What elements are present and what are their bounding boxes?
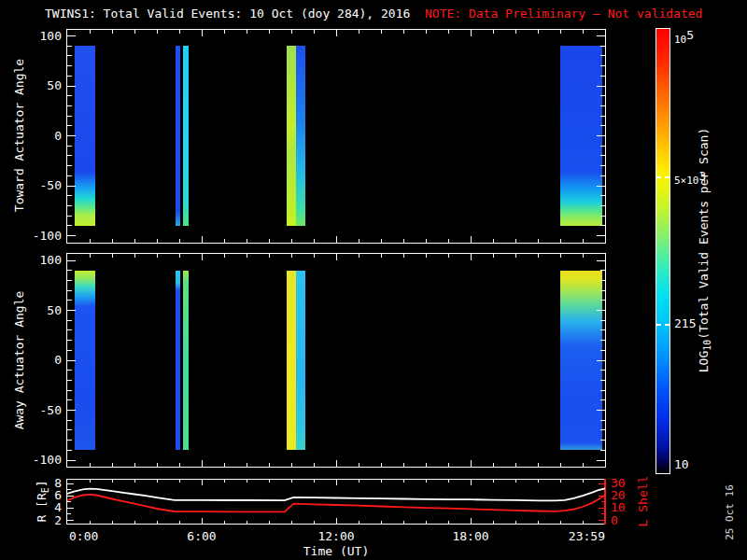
- y-tick: [600, 320, 605, 321]
- spectro-panel-away: [66, 253, 606, 468]
- colorbar-tick-exponent: 3: [699, 169, 707, 183]
- colorbar-tick-base: 215: [674, 316, 696, 330]
- y-tick: [67, 175, 72, 176]
- y-tick-label: 0: [19, 129, 62, 143]
- l-shell-tick-label: 0: [611, 513, 618, 527]
- y-tick: [600, 95, 605, 96]
- x-tick-label: 0:00: [69, 529, 125, 543]
- y-tick: [597, 460, 605, 461]
- x-tick: [112, 254, 113, 258]
- y-tick: [67, 329, 72, 330]
- x-tick: [224, 30, 225, 34]
- x-tick: [112, 239, 113, 243]
- x-tick: [583, 254, 584, 258]
- x-tick: [134, 239, 135, 243]
- x-tick: [291, 30, 292, 34]
- x-tick: [224, 239, 225, 243]
- x-tick: [448, 463, 449, 467]
- y-tick: [67, 340, 72, 341]
- y-tick: [600, 399, 605, 400]
- y-tick-label: 100: [19, 253, 62, 267]
- x-tick-label: 23:59: [549, 529, 605, 543]
- spectro-band: [296, 271, 305, 451]
- spectro-band: [287, 271, 296, 451]
- y-tick: [600, 270, 605, 271]
- y-tick: [600, 76, 605, 77]
- y-tick: [600, 440, 605, 441]
- x-tick: [359, 463, 359, 467]
- y-tick: [600, 216, 605, 217]
- x-tick: [112, 30, 113, 34]
- x-tick: [403, 463, 404, 467]
- y-tick: [67, 260, 76, 261]
- colorbar-label: LOG10(Total Valid Events per Scan): [697, 128, 712, 373]
- y-tick: [597, 235, 605, 236]
- y-tick: [600, 55, 605, 56]
- x-tick: [538, 239, 539, 243]
- x-tick: [90, 239, 91, 243]
- x-tick: [471, 254, 472, 260]
- y-tick: [67, 429, 72, 430]
- x-tick: [359, 30, 359, 34]
- x-tick: [314, 239, 315, 243]
- time-axis-label: Time (UT): [280, 544, 392, 558]
- y-tick: [597, 186, 605, 187]
- x-tick: [179, 463, 180, 467]
- y-tick: [67, 216, 72, 217]
- y-tick: [67, 165, 72, 166]
- x-tick: [157, 463, 158, 467]
- y-tick: [597, 35, 605, 36]
- colorbar-tick-exponent: 5: [686, 28, 694, 42]
- spectro-band: [176, 46, 180, 226]
- colorbar-gradient: [656, 29, 669, 473]
- x-tick: [112, 463, 113, 467]
- colorbar-tick-label: 105: [674, 28, 694, 46]
- x-tick: [157, 239, 158, 243]
- y-tick: [67, 460, 76, 461]
- y-tick: [600, 125, 605, 126]
- x-tick: [426, 30, 427, 34]
- x-tick: [560, 239, 561, 243]
- y-tick: [597, 410, 605, 411]
- y-tick: [67, 135, 76, 136]
- y-tick: [67, 146, 72, 147]
- x-tick: [336, 460, 337, 467]
- x-tick: [134, 254, 135, 258]
- y-tick: [67, 290, 72, 291]
- y-tick: [67, 205, 72, 206]
- x-tick: [202, 254, 203, 260]
- x-tick: [515, 239, 516, 243]
- x-tick-label: 6:00: [174, 529, 230, 543]
- y-tick-label: -100: [19, 229, 62, 243]
- orbit-lines: [67, 481, 605, 523]
- colorbar-tick-label: 10: [674, 457, 689, 471]
- x-tick: [515, 254, 516, 258]
- y-tick: [67, 350, 72, 351]
- y-tick: [67, 86, 76, 87]
- y-tick: [600, 105, 605, 106]
- spectro-band: [183, 271, 189, 451]
- y-tick: [600, 175, 605, 176]
- spectro-band: [75, 271, 96, 451]
- colorbar-tick: [656, 176, 661, 178]
- y-tick-label: 0: [19, 353, 62, 367]
- y-tick-label: 50: [19, 303, 62, 317]
- spectro-band: [296, 46, 305, 226]
- x-tick: [448, 254, 449, 258]
- x-tick: [247, 463, 247, 467]
- x-tick: [359, 239, 359, 243]
- series-r: [67, 488, 605, 500]
- x-tick: [179, 254, 180, 258]
- y-tick: [600, 390, 605, 391]
- x-tick: [134, 30, 135, 34]
- x-tick: [269, 30, 270, 34]
- y-tick: [600, 116, 605, 117]
- y-tick: [67, 105, 72, 106]
- y-tick: [600, 195, 605, 196]
- x-tick: [269, 239, 270, 243]
- y-tick: [600, 450, 605, 451]
- x-tick: [90, 463, 91, 467]
- colorbar: [655, 28, 670, 474]
- y-tick: [600, 300, 605, 301]
- x-tick: [471, 30, 472, 36]
